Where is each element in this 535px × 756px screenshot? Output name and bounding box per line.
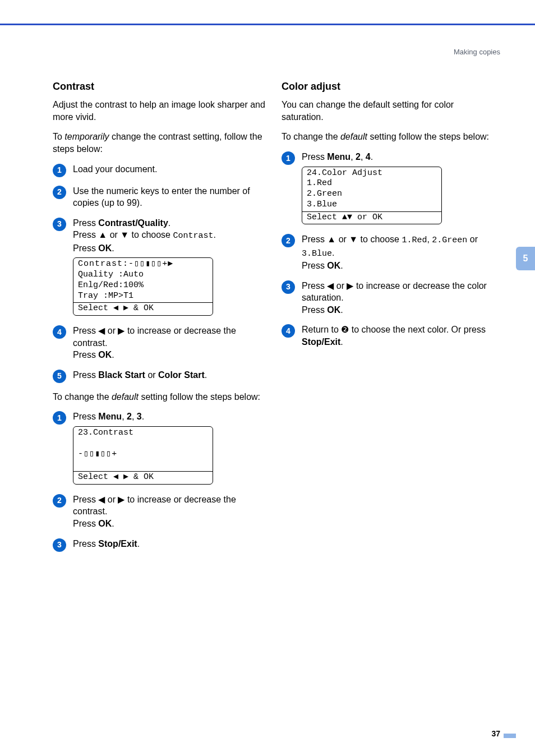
heading-contrast: Contrast (53, 80, 269, 93)
rstep-1: 1 Press Menu, 2, 4. 24.Color Adjust 1.Re… (282, 151, 498, 225)
step-text: Press Stop/Exit. (73, 538, 269, 552)
contrast-intro: Adjust the contrast to help an image loo… (53, 99, 269, 123)
rstep-4: 4 Return to ❷ to choose the next color. … (282, 324, 498, 348)
step-text: Press ◀ or ▶ to increase or decrease the… (302, 280, 498, 316)
left-column: Contrast Adjust the contrast to help an … (53, 80, 269, 560)
step-number: 2 (53, 494, 66, 508)
step-number: 3 (53, 218, 66, 231)
step-ref-badge: ❷ (341, 325, 349, 334)
step-number: 1 (53, 164, 66, 177)
dstep-1: 1 Press Menu, 2, 3. 23.Contrast -▯▯▮▯▯+ … (53, 411, 269, 485)
step-5: 5 Press Black Start or Color Start. (53, 369, 269, 383)
step-text: Press Menu, 2, 4. 24.Color Adjust 1.Red … (302, 151, 498, 225)
step-2: 2 Use the numeric keys to enter the numb… (53, 185, 269, 209)
step-number: 1 (282, 151, 295, 165)
header-rule (0, 24, 535, 25)
step-text: Load your document. (73, 163, 269, 177)
step-text: Use the numeric keys to enter the number… (73, 185, 269, 209)
step-text: Press ◀ or ▶ to increase or decrease the… (73, 325, 269, 361)
contrast-default-lead: To change the default setting follow the… (53, 391, 269, 403)
color-intro: You can change the default setting for c… (282, 99, 498, 123)
step-number: 1 (53, 411, 66, 425)
rstep-2: 2 Press ▲ or ▼ to choose 1.Red, 2.Green … (282, 233, 498, 271)
step-1: 1 Load your document. (53, 163, 269, 177)
step-4: 4 Press ◀ or ▶ to increase or decrease t… (53, 325, 269, 361)
step-text: Press Menu, 2, 3. 23.Contrast -▯▯▮▯▯+ Se… (73, 411, 269, 485)
step-number: 2 (282, 234, 295, 247)
footer-accent (504, 734, 516, 738)
heading-color-adjust: Color adjust (282, 80, 498, 93)
color-lead: To change the default setting follow the… (282, 131, 498, 143)
lcd-display: 23.Contrast -▯▯▮▯▯+ Select ◀ ▶ & OK (73, 426, 213, 485)
dstep-3: 3 Press Stop/Exit. (53, 538, 269, 552)
step-number: 3 (282, 280, 295, 294)
page-number: 37 (491, 729, 500, 739)
step-text: Return to ❷ to choose the next color. Or… (302, 324, 498, 348)
step-number: 2 (53, 186, 66, 199)
step-text: Press ▲ or ▼ to choose 1.Red, 2.Green or… (302, 233, 498, 271)
contrast-temp-lead: To temporarily change the contrast setti… (53, 131, 269, 155)
lcd-display: 24.Color Adjust 1.Red 2.Green 3.Blue Sel… (302, 167, 442, 225)
step-text: Press Contrast/Quality. Press ▲ or ▼ to … (73, 217, 269, 317)
step-number: 5 (53, 370, 66, 383)
step-text: Press ◀ or ▶ to increase or decrease the… (73, 494, 269, 530)
dstep-2: 2 Press ◀ or ▶ to increase or decrease t… (53, 494, 269, 530)
step-text: Press Black Start or Color Start. (73, 369, 269, 383)
rstep-3: 3 Press ◀ or ▶ to increase or decrease t… (282, 280, 498, 316)
step-number: 4 (282, 324, 295, 338)
chapter-tab: 5 (516, 247, 535, 270)
lcd-display: Contrast:-▯▯▮▯▯+▶ Quality :Auto Enlg/Red… (73, 257, 213, 316)
breadcrumb: Making copies (454, 47, 500, 57)
step-3: 3 Press Contrast/Quality. Press ▲ or ▼ t… (53, 217, 269, 317)
step-number: 4 (53, 325, 66, 339)
right-column: Color adjust You can change the default … (282, 80, 498, 356)
step-number: 3 (53, 538, 66, 552)
